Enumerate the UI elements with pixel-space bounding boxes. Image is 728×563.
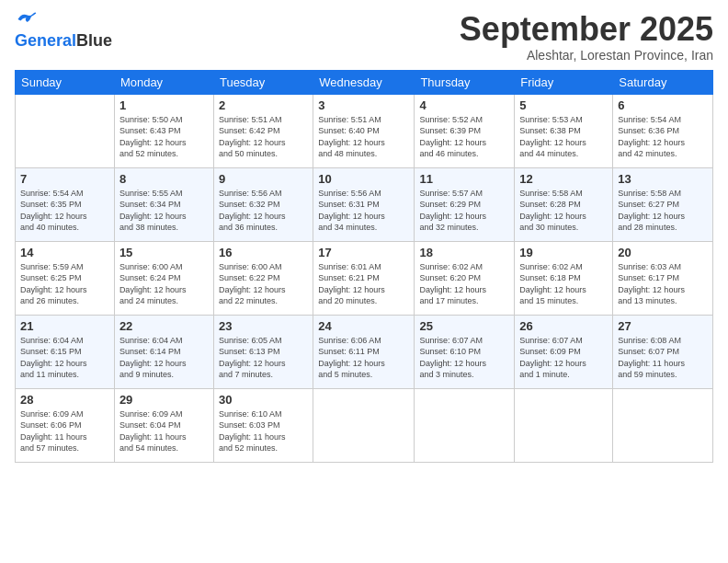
day-number: 16 — [219, 246, 308, 259]
table-row: 12Sunrise: 5:58 AM Sunset: 6:28 PM Dayli… — [515, 167, 613, 241]
table-row: 29Sunrise: 6:09 AM Sunset: 6:04 PM Dayli… — [114, 388, 213, 462]
table-row: 23Sunrise: 6:05 AM Sunset: 6:13 PM Dayli… — [213, 315, 313, 388]
table-row: 16Sunrise: 6:00 AM Sunset: 6:22 PM Dayli… — [213, 241, 313, 315]
day-number: 27 — [618, 319, 708, 333]
table-row: 14Sunrise: 5:59 AM Sunset: 6:25 PM Dayli… — [16, 241, 115, 315]
day-number: 29 — [119, 393, 209, 407]
day-number: 14 — [20, 246, 109, 259]
day-number: 5 — [519, 98, 608, 112]
day-info: Sunrise: 6:08 AM Sunset: 6:07 PM Dayligh… — [618, 335, 708, 381]
day-info: Sunrise: 6:07 AM Sunset: 6:10 PM Dayligh… — [419, 335, 509, 381]
day-info: Sunrise: 6:05 AM Sunset: 6:13 PM Dayligh… — [219, 335, 308, 381]
table-row: 4Sunrise: 5:52 AM Sunset: 6:39 PM Daylig… — [415, 94, 515, 167]
day-number: 26 — [519, 319, 608, 333]
table-row: 10Sunrise: 5:56 AM Sunset: 6:31 PM Dayli… — [313, 167, 415, 241]
day-number: 2 — [219, 98, 308, 112]
header-friday: Friday — [515, 70, 613, 94]
day-number: 6 — [618, 98, 708, 112]
header-saturday: Saturday — [613, 70, 713, 94]
table-row: 15Sunrise: 6:00 AM Sunset: 6:24 PM Dayli… — [114, 241, 213, 315]
day-info: Sunrise: 6:09 AM Sunset: 6:06 PM Dayligh… — [20, 408, 109, 454]
day-number: 21 — [20, 319, 109, 333]
table-row — [415, 388, 515, 462]
calendar-week-row: 21Sunrise: 6:04 AM Sunset: 6:15 PM Dayli… — [16, 315, 713, 388]
table-row: 6Sunrise: 5:54 AM Sunset: 6:36 PM Daylig… — [613, 94, 713, 167]
table-row: 21Sunrise: 6:04 AM Sunset: 6:15 PM Dayli… — [16, 315, 115, 388]
day-info: Sunrise: 6:02 AM Sunset: 6:18 PM Dayligh… — [519, 261, 608, 307]
day-number: 7 — [20, 172, 109, 186]
day-info: Sunrise: 5:52 AM Sunset: 6:39 PM Dayligh… — [419, 114, 509, 160]
day-number: 11 — [419, 172, 509, 186]
day-number: 12 — [519, 172, 608, 186]
day-number: 30 — [219, 393, 308, 407]
table-row: 3Sunrise: 5:51 AM Sunset: 6:40 PM Daylig… — [313, 94, 415, 167]
day-info: Sunrise: 5:59 AM Sunset: 6:25 PM Dayligh… — [20, 261, 109, 307]
day-number: 10 — [318, 172, 409, 186]
table-row: 26Sunrise: 6:07 AM Sunset: 6:09 PM Dayli… — [515, 315, 613, 388]
table-row: 5Sunrise: 5:53 AM Sunset: 6:38 PM Daylig… — [515, 94, 613, 167]
day-info: Sunrise: 6:01 AM Sunset: 6:21 PM Dayligh… — [318, 261, 409, 307]
calendar-week-row: 7Sunrise: 5:54 AM Sunset: 6:35 PM Daylig… — [16, 167, 713, 241]
logo-blue: Blue — [76, 31, 112, 51]
table-row: 19Sunrise: 6:02 AM Sunset: 6:18 PM Dayli… — [515, 241, 613, 315]
header-monday: Monday — [114, 70, 213, 94]
header-thursday: Thursday — [415, 70, 515, 94]
day-info: Sunrise: 5:56 AM Sunset: 6:31 PM Dayligh… — [318, 188, 409, 234]
table-row — [313, 388, 415, 462]
day-number: 23 — [219, 319, 308, 333]
day-info: Sunrise: 6:07 AM Sunset: 6:09 PM Dayligh… — [519, 335, 608, 381]
day-info: Sunrise: 5:58 AM Sunset: 6:28 PM Dayligh… — [519, 188, 608, 234]
location-text: Aleshtar, Lorestan Province, Iran — [460, 48, 713, 63]
day-info: Sunrise: 5:57 AM Sunset: 6:29 PM Dayligh… — [419, 188, 509, 234]
table-row — [613, 388, 713, 462]
day-info: Sunrise: 6:09 AM Sunset: 6:04 PM Dayligh… — [119, 408, 209, 454]
calendar-week-row: 28Sunrise: 6:09 AM Sunset: 6:06 PM Dayli… — [16, 388, 713, 462]
day-info: Sunrise: 6:02 AM Sunset: 6:20 PM Dayligh… — [419, 261, 509, 307]
calendar-table: Sunday Monday Tuesday Wednesday Thursday… — [15, 70, 713, 463]
header-sunday: Sunday — [16, 70, 115, 94]
day-number: 4 — [419, 98, 509, 112]
table-row: 22Sunrise: 6:04 AM Sunset: 6:14 PM Dayli… — [114, 315, 213, 388]
header: General Blue September 2025 Aleshtar, Lo… — [15, 11, 713, 63]
logo-general: General — [15, 31, 76, 51]
day-number: 24 — [318, 319, 409, 333]
day-number: 13 — [618, 172, 708, 186]
day-info: Sunrise: 6:00 AM Sunset: 6:24 PM Dayligh… — [119, 261, 209, 307]
calendar-week-row: 14Sunrise: 5:59 AM Sunset: 6:25 PM Dayli… — [16, 241, 713, 315]
day-number: 20 — [618, 246, 708, 259]
table-row: 7Sunrise: 5:54 AM Sunset: 6:35 PM Daylig… — [16, 167, 115, 241]
table-row: 13Sunrise: 5:58 AM Sunset: 6:27 PM Dayli… — [613, 167, 713, 241]
table-row: 27Sunrise: 6:08 AM Sunset: 6:07 PM Dayli… — [613, 315, 713, 388]
day-info: Sunrise: 6:10 AM Sunset: 6:03 PM Dayligh… — [219, 408, 308, 454]
table-row: 24Sunrise: 6:06 AM Sunset: 6:11 PM Dayli… — [313, 315, 415, 388]
calendar-week-row: 1Sunrise: 5:50 AM Sunset: 6:43 PM Daylig… — [16, 94, 713, 167]
month-title: September 2025 — [460, 11, 713, 48]
day-number: 22 — [119, 319, 209, 333]
day-info: Sunrise: 5:58 AM Sunset: 6:27 PM Dayligh… — [618, 188, 708, 234]
day-info: Sunrise: 5:51 AM Sunset: 6:40 PM Dayligh… — [318, 114, 409, 160]
day-number: 1 — [119, 98, 209, 112]
page-container: General Blue September 2025 Aleshtar, Lo… — [0, 0, 728, 563]
logo: General Blue — [15, 11, 112, 51]
day-info: Sunrise: 6:00 AM Sunset: 6:22 PM Dayligh… — [219, 261, 308, 307]
table-row — [515, 388, 613, 462]
header-wednesday: Wednesday — [313, 70, 415, 94]
day-number: 25 — [419, 319, 509, 333]
day-number: 9 — [219, 172, 308, 186]
table-row: 11Sunrise: 5:57 AM Sunset: 6:29 PM Dayli… — [415, 167, 515, 241]
day-info: Sunrise: 5:55 AM Sunset: 6:34 PM Dayligh… — [119, 188, 209, 234]
calendar-header-row: Sunday Monday Tuesday Wednesday Thursday… — [16, 70, 713, 94]
day-info: Sunrise: 5:54 AM Sunset: 6:36 PM Dayligh… — [618, 114, 708, 160]
table-row — [16, 94, 115, 167]
day-info: Sunrise: 5:50 AM Sunset: 6:43 PM Dayligh… — [119, 114, 209, 160]
table-row: 25Sunrise: 6:07 AM Sunset: 6:10 PM Dayli… — [415, 315, 515, 388]
day-info: Sunrise: 6:04 AM Sunset: 6:14 PM Dayligh… — [119, 335, 209, 381]
day-number: 28 — [20, 393, 109, 407]
table-row: 18Sunrise: 6:02 AM Sunset: 6:20 PM Dayli… — [415, 241, 515, 315]
day-info: Sunrise: 6:04 AM Sunset: 6:15 PM Dayligh… — [20, 335, 109, 381]
day-number: 18 — [419, 246, 509, 259]
day-number: 3 — [318, 98, 409, 112]
day-number: 17 — [318, 246, 409, 259]
day-info: Sunrise: 5:51 AM Sunset: 6:42 PM Dayligh… — [219, 114, 308, 160]
table-row: 8Sunrise: 5:55 AM Sunset: 6:34 PM Daylig… — [114, 167, 213, 241]
